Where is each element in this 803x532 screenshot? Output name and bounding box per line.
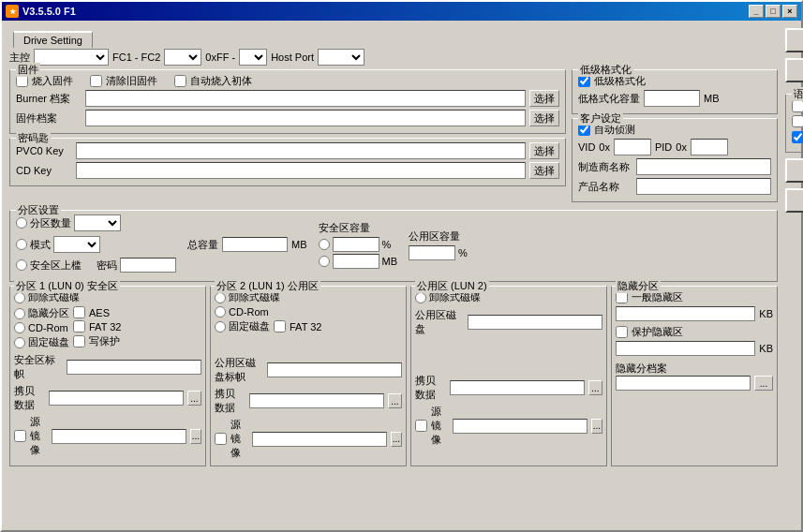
host-port-select[interactable] — [318, 49, 364, 66]
lun0-secure-flag-label: 安全区标帜 — [14, 353, 63, 381]
mode-select[interactable] — [53, 236, 100, 253]
window-title: V3.5.5.0 F1 — [22, 6, 76, 17]
total-capacity-label: 总容量 — [187, 238, 218, 252]
secure-upper-radio[interactable] — [16, 259, 27, 271]
protect-hidden-input[interactable] — [616, 341, 755, 356]
partition-count-select[interactable] — [74, 214, 121, 231]
lun1-copy-data-input[interactable] — [249, 393, 384, 408]
lun1-copy-data-btn[interactable]: ... — [388, 393, 402, 408]
hidden-file-input[interactable] — [616, 376, 751, 391]
save-as-button[interactable]: 存贮为 — [785, 158, 803, 183]
main-controller-select[interactable] — [34, 49, 109, 66]
lun1-fixed-radio[interactable] — [215, 321, 226, 332]
low-format-label: 低级格式化 — [578, 63, 633, 77]
normal-hidden-input[interactable] — [616, 306, 755, 321]
save-button[interactable]: 保存 — [785, 28, 803, 52]
cancel-button[interactable]: 取消 — [785, 188, 803, 213]
hidden-file-btn[interactable]: ... — [754, 376, 773, 391]
secure-cap-mb-input[interactable] — [333, 254, 379, 269]
protect-hidden-cb[interactable] — [616, 326, 628, 338]
lun2-remove-radio[interactable] — [415, 292, 426, 303]
lun2-source-btn[interactable]: ... — [591, 419, 602, 434]
secure-upper-label: 安全区上槛 — [30, 259, 82, 273]
lun0-secure-flag-input[interactable] — [67, 360, 201, 375]
lun0-cdrom-radio[interactable] — [14, 322, 25, 333]
vid-label: VID — [578, 141, 595, 153]
lun0-copy-data-input[interactable] — [49, 391, 184, 406]
secure-cap-mb-radio[interactable] — [319, 256, 330, 267]
lun0-source-btn[interactable]: ... — [190, 429, 201, 444]
vendor-name-input[interactable] — [636, 158, 771, 175]
partition-count-radio[interactable] — [16, 217, 27, 229]
burner-file-select-btn[interactable]: 选择 — [529, 90, 559, 107]
lun1-disk-flag-input[interactable] — [267, 362, 402, 377]
lun0-source-cb[interactable] — [14, 430, 26, 442]
lun1-source-input[interactable] — [252, 432, 387, 447]
vid-input[interactable] — [614, 139, 651, 155]
burner-file-input[interactable] — [85, 90, 526, 107]
simp-chinese-checkbox[interactable] — [792, 131, 803, 143]
lun0-fat32-label: FAT 32 — [89, 321, 121, 332]
lun0-copy-data-btn[interactable]: ... — [187, 391, 201, 406]
secure-cap-pct-input[interactable] — [333, 237, 379, 252]
mb-label: MB — [704, 93, 720, 104]
lun2-source-cb[interactable] — [415, 420, 427, 432]
lun0-source-input[interactable] — [52, 429, 186, 444]
partition-count-label: 分区数量 — [30, 216, 71, 230]
ff-select[interactable] — [239, 49, 267, 66]
low-format-capacity-label: 低格式化容量 — [578, 92, 640, 106]
lun0-fixed-radio[interactable] — [14, 337, 25, 348]
tab-drive-setting[interactable]: Drive Setting — [13, 31, 93, 48]
lun0-wp-checkbox[interactable] — [73, 335, 85, 347]
lun2-public-disk-input[interactable] — [468, 315, 602, 330]
english-checkbox[interactable] — [792, 100, 803, 112]
password-input[interactable] — [120, 258, 176, 273]
trad-chinese-checkbox[interactable] — [792, 115, 803, 127]
cd-key-input[interactable] — [76, 162, 526, 179]
pvc0-key-input[interactable] — [76, 142, 526, 159]
lun1-remove-radio[interactable] — [215, 292, 226, 303]
vendor-name-label: 制造商名称 — [578, 160, 632, 174]
password-label2: 密码 — [97, 259, 117, 273]
pid-input[interactable] — [691, 139, 728, 155]
tab-bar: Drive Setting — [9, 28, 778, 47]
lun0-fat32-checkbox[interactable] — [73, 320, 85, 332]
app-icon: ★ — [6, 5, 19, 18]
mode-radio[interactable] — [16, 239, 27, 250]
lun1-source-cb[interactable] — [215, 433, 227, 445]
lun0-hidden-label: 隐藏分区 — [28, 306, 69, 320]
auto-burn-checkbox[interactable] — [174, 75, 186, 87]
secure-cap-pct-radio[interactable] — [319, 239, 330, 250]
lun2-copy-data-label: 携贝数据 — [415, 374, 446, 402]
fw-file-select-btn[interactable]: 选择 — [529, 110, 559, 126]
lun1-cdrom-radio[interactable] — [215, 306, 226, 318]
lun1-disk-flag-label: 公用区磁盘标帜 — [215, 356, 263, 384]
product-name-label: 产品名称 — [578, 180, 632, 194]
lun2-source-input[interactable] — [453, 419, 587, 434]
pvc0-select-btn[interactable]: 选择 — [529, 142, 559, 159]
fw-file-input[interactable] — [85, 110, 526, 126]
lun0-aes-checkbox[interactable] — [73, 306, 85, 318]
close-button[interactable]: × — [782, 5, 797, 18]
total-capacity-input[interactable] — [222, 237, 288, 252]
lun0-remove-radio[interactable] — [14, 292, 25, 303]
low-format-capacity-input[interactable] — [644, 90, 700, 107]
auto-burn-label: 自动烧入初体 — [190, 74, 252, 88]
lun1-fixed-label: 固定磁盘 — [229, 319, 270, 333]
kb1-label: KB — [759, 308, 773, 319]
lun1-fat32-checkbox[interactable] — [274, 320, 286, 332]
product-name-input[interactable] — [636, 178, 771, 195]
lun2-copy-data-btn[interactable]: ... — [588, 380, 602, 395]
lun1-source-btn[interactable]: ... — [391, 432, 402, 447]
fc-label: FC1 - FC2 — [112, 52, 160, 63]
load-button[interactable]: 载入 — [785, 58, 803, 82]
minimize-button[interactable]: _ — [749, 5, 764, 18]
clear-old-fw-checkbox[interactable] — [90, 75, 102, 87]
lun0-hidden-radio[interactable] — [14, 308, 25, 319]
cd-select-btn[interactable]: 选择 — [529, 162, 559, 179]
maximize-button[interactable]: □ — [766, 5, 781, 18]
fc-select[interactable] — [164, 49, 201, 66]
vid-prefix: 0x — [599, 141, 610, 153]
lun2-copy-data-input[interactable] — [450, 380, 585, 395]
public-cap-pct-input[interactable] — [409, 245, 455, 260]
